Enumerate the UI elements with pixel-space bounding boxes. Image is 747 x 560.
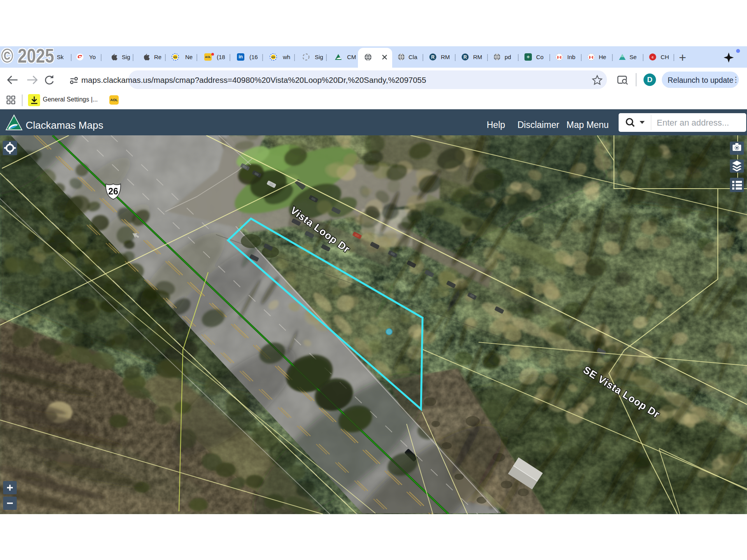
svg-text:R: R [431,54,435,60]
svg-text:AOL: AOL [271,56,275,58]
svg-text:AOL: AOL [173,56,177,58]
svg-text:26: 26 [108,186,118,196]
svg-text:c: c [652,55,654,59]
svg-text:R: R [463,54,467,60]
